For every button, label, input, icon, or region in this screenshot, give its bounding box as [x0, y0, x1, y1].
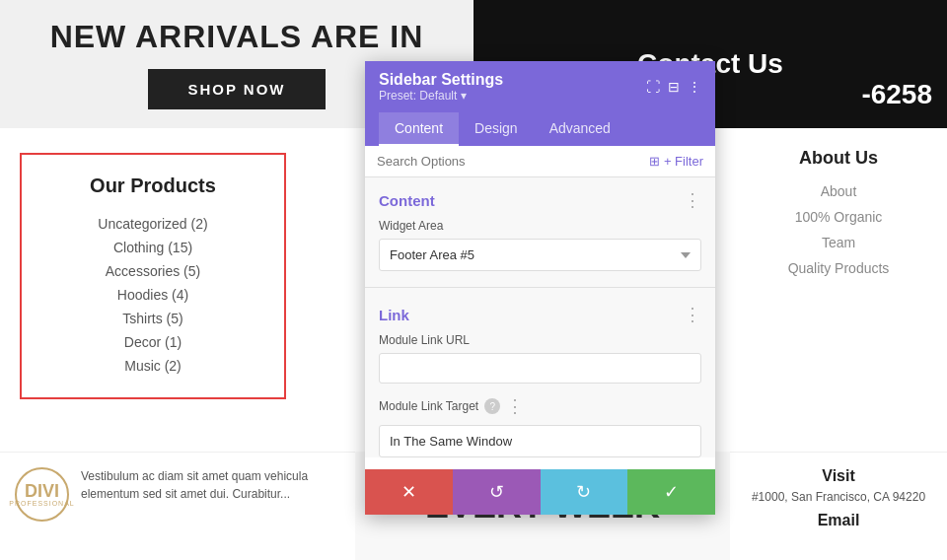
about-link[interactable]: About: [821, 183, 857, 199]
divi-logo-sub: PROFESSIONAL: [9, 500, 74, 507]
module-link-target-label: Module Link Target: [379, 399, 478, 413]
search-bar: ⊞ + Filter: [365, 146, 715, 177]
products-category-list: Uncategorized (2) Clothing (15) Accessor…: [41, 212, 264, 378]
filter-icon: ⊞: [649, 154, 660, 169]
email-section: Email: [745, 512, 932, 529]
tab-content[interactable]: Content: [379, 112, 459, 146]
list-item[interactable]: 100% Organic: [745, 204, 932, 230]
list-item: Accessories (5): [41, 259, 264, 283]
redo-button[interactable]: ↻: [541, 469, 628, 515]
module-link-url-field: Module Link URL: [365, 333, 715, 395]
cancel-button[interactable]: ✕: [365, 469, 453, 515]
link-section-dots[interactable]: ⋮: [684, 304, 701, 325]
content-section-dots[interactable]: ⋮: [684, 189, 701, 211]
visit-title: Visit: [745, 467, 932, 485]
list-item: Clothing (15): [41, 236, 264, 259]
visit-section: Visit #1000, San Francisco, CA 94220: [745, 467, 932, 504]
fullscreen-icon[interactable]: ⛶: [646, 79, 660, 95]
divi-logo-text: DIVI: [25, 482, 59, 500]
filter-label: + Filter: [664, 154, 703, 169]
products-sidebar: Our Products Uncategorized (2) Clothing …: [0, 133, 306, 419]
panel-icons: ⛶ ⊟ ⋮: [646, 79, 701, 95]
about-section: About Us About 100% Organic Team Quality…: [730, 133, 947, 419]
divider: [365, 287, 715, 288]
list-item: Hoodies (4): [41, 283, 264, 307]
module-link-url-label: Module Link URL: [379, 333, 701, 347]
list-item: Uncategorized (2): [41, 212, 264, 236]
link-section-title: Link: [379, 307, 409, 323]
banner-headline: NEW ARRIVALS ARE IN: [50, 19, 424, 55]
module-link-target-row: Module Link Target ? ⋮: [365, 395, 715, 425]
phone-number: -6258: [846, 74, 947, 115]
about-title: About Us: [745, 148, 932, 169]
link-target-dots[interactable]: ⋮: [506, 395, 524, 417]
panel-footer: ✕ ↺ ↻ ✓: [365, 469, 715, 515]
about-links-list: About 100% Organic Team Quality Products: [745, 178, 932, 281]
divi-logo: DIVI PROFESSIONAL: [15, 467, 69, 522]
save-button[interactable]: ✓: [627, 469, 715, 515]
quality-link[interactable]: Quality Products: [788, 260, 890, 276]
visit-address: #1000, San Francisco, CA 94220: [745, 490, 932, 504]
more-icon[interactable]: ⋮: [688, 79, 701, 95]
help-icon[interactable]: ?: [484, 398, 500, 414]
organic-link[interactable]: 100% Organic: [795, 209, 883, 225]
list-item: Music (2): [41, 354, 264, 378]
bottom-body-text: Vestibulum ac diam sit amet quam vehicul…: [81, 467, 340, 503]
filter-button[interactable]: ⊞ + Filter: [649, 154, 703, 169]
bottom-left: DIVI PROFESSIONAL Vestibulum ac diam sit…: [0, 452, 355, 560]
widget-area-field: Widget Area Footer Area #1 Footer Area #…: [365, 219, 715, 283]
widget-area-label: Widget Area: [379, 219, 701, 233]
list-item[interactable]: Quality Products: [745, 255, 932, 281]
bottom-right: Visit #1000, San Francisco, CA 94220 Ema…: [730, 452, 947, 560]
products-title: Our Products: [41, 175, 264, 197]
module-link-target-select[interactable]: In The Same Window In The New Window: [379, 425, 701, 457]
undo-button[interactable]: ↺: [453, 469, 541, 515]
list-item: Tshirts (5): [41, 307, 264, 330]
panel-header-top: Sidebar Settings Preset: Default ▾ ⛶ ⊟ ⋮: [379, 71, 701, 105]
list-item: Decor (1): [41, 330, 264, 354]
shop-now-button[interactable]: SHOP NOW: [148, 69, 325, 109]
products-box: Our Products Uncategorized (2) Clothing …: [20, 153, 286, 399]
widget-area-select[interactable]: Footer Area #1 Footer Area #2 Footer Are…: [379, 239, 701, 271]
search-input[interactable]: [377, 154, 649, 169]
sidebar-settings-panel: Sidebar Settings Preset: Default ▾ ⛶ ⊟ ⋮…: [365, 61, 715, 515]
panel-preset[interactable]: Preset: Default ▾: [379, 89, 503, 103]
list-item[interactable]: Team: [745, 230, 932, 255]
tab-design[interactable]: Design: [459, 112, 534, 146]
list-item[interactable]: About: [745, 178, 932, 204]
panel-header: Sidebar Settings Preset: Default ▾ ⛶ ⊟ ⋮…: [365, 61, 715, 146]
split-icon[interactable]: ⊟: [668, 79, 680, 95]
panel-title: Sidebar Settings: [379, 71, 503, 89]
panel-title-group: Sidebar Settings Preset: Default ▾: [379, 71, 503, 103]
link-section-header: Link ⋮: [365, 292, 715, 333]
tab-advanced[interactable]: Advanced: [534, 112, 626, 146]
content-section-header: Content ⋮: [365, 177, 715, 219]
panel-body: ⊞ + Filter Content ⋮ Widget Area Footer …: [365, 146, 715, 457]
panel-tabs: Content Design Advanced: [379, 112, 701, 146]
team-link[interactable]: Team: [822, 235, 855, 250]
module-link-url-input[interactable]: [379, 353, 701, 384]
email-title: Email: [745, 512, 932, 529]
content-section-title: Content: [379, 192, 435, 209]
